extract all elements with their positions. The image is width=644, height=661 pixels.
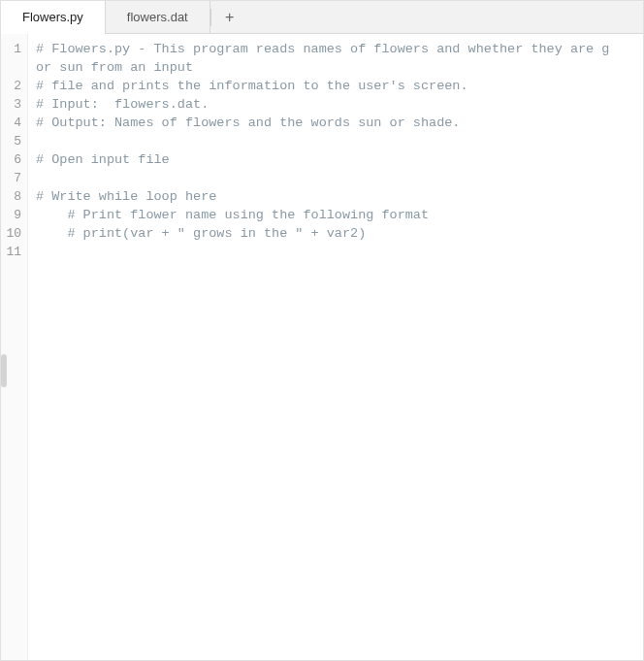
- code-text: # Output: Names of flowers and the words…: [36, 116, 460, 130]
- tab-label: Flowers.py: [22, 10, 83, 24]
- line-number: 4: [1, 114, 27, 132]
- code-text: # Input: flowers.dat.: [36, 97, 209, 112]
- line-number: 11: [1, 243, 27, 261]
- code-line[interactable]: # Print flower name using the following …: [36, 206, 643, 224]
- tab-bar: Flowers.py flowers.dat +: [1, 1, 643, 34]
- scroll-handle[interactable]: [1, 354, 7, 387]
- code-line[interactable]: [36, 132, 643, 150]
- code-line[interactable]: or sun from an input: [36, 58, 643, 77]
- code-text: or sun from an input: [36, 60, 193, 75]
- code-line[interactable]: # print(var + " grows in the " + var2): [36, 224, 643, 243]
- add-tab-button[interactable]: +: [215, 1, 244, 33]
- code-line[interactable]: # Flowers.py - This program reads names …: [36, 40, 643, 58]
- line-number: 7: [1, 169, 27, 187]
- tab-flowers-py[interactable]: Flowers.py: [1, 1, 106, 33]
- line-number: 10: [1, 224, 27, 243]
- code-line[interactable]: [36, 243, 643, 261]
- code-text: # file and prints the information to the…: [36, 79, 468, 93]
- code-text: # print(var + " grows in the " + var2): [36, 226, 366, 241]
- code-line[interactable]: # Write while loop here: [36, 187, 643, 206]
- plus-icon: +: [225, 9, 234, 26]
- editor-area: 1234567891011 # Flowers.py - This progra…: [1, 34, 643, 660]
- code-editor[interactable]: # Flowers.py - This program reads names …: [28, 34, 643, 660]
- code-text: # Write while loop here: [36, 189, 216, 204]
- line-number: 2: [1, 77, 27, 95]
- tab-flowers-dat[interactable]: flowers.dat: [106, 1, 210, 33]
- code-line[interactable]: # Input: flowers.dat.: [36, 95, 643, 114]
- line-number: 5: [1, 132, 27, 150]
- code-line[interactable]: [36, 169, 643, 187]
- code-text: # Print flower name using the following …: [36, 208, 429, 222]
- code-line[interactable]: # file and prints the information to the…: [36, 77, 643, 95]
- code-line[interactable]: # Open input file: [36, 150, 643, 169]
- line-number: 8: [1, 187, 27, 206]
- line-number: 6: [1, 150, 27, 169]
- line-number: 1: [1, 40, 27, 58]
- code-text: # Open input file: [36, 152, 170, 167]
- tab-separator: [210, 9, 211, 26]
- line-number: 9: [1, 206, 27, 224]
- tab-label: flowers.dat: [127, 10, 188, 24]
- line-number-gutter: 1234567891011: [1, 34, 28, 660]
- line-number: 3: [1, 95, 27, 114]
- code-text: # Flowers.py - This program reads names …: [36, 42, 609, 56]
- code-line[interactable]: # Output: Names of flowers and the words…: [36, 114, 643, 132]
